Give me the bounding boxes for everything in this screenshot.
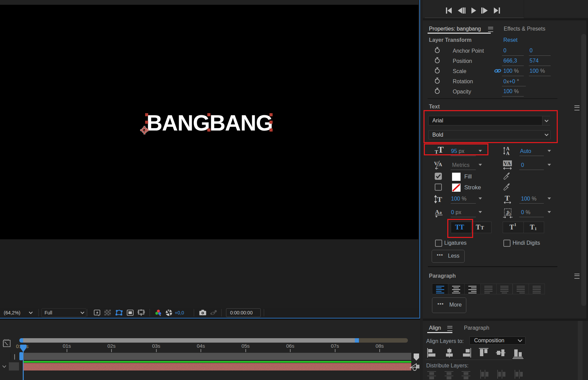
svg-text:A: A <box>507 161 511 166</box>
svg-text:a: a <box>439 210 442 215</box>
svg-text:A: A <box>506 146 510 151</box>
svg-text:A: A <box>506 151 510 155</box>
svg-text:T: T <box>505 194 510 202</box>
svg-text:A: A <box>438 162 442 167</box>
svg-text:T: T <box>437 195 442 204</box>
svg-text:A: A <box>435 209 439 215</box>
svg-text:あ: あ <box>506 210 511 215</box>
